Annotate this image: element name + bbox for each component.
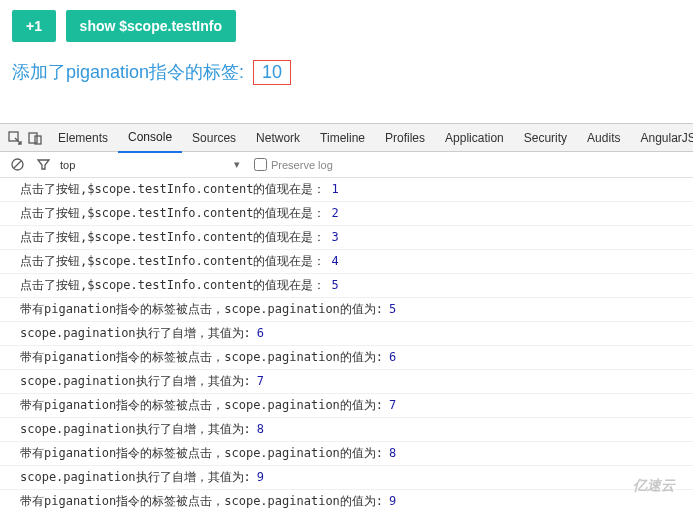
console-value: 9	[389, 494, 396, 508]
console-row: 点击了按钮,$scope.testInfo.content的值现在是：1	[0, 178, 693, 202]
console-message: scope.pagination执行了自增，其值为:	[20, 469, 251, 486]
tab-audits[interactable]: Audits	[577, 124, 630, 152]
console-value: 7	[389, 398, 396, 412]
clear-console-icon[interactable]	[8, 156, 26, 174]
tab-sources[interactable]: Sources	[182, 124, 246, 152]
console-value: 4	[331, 254, 338, 268]
console-message: scope.pagination执行了自增，其值为:	[20, 325, 251, 342]
console-message: 点击了按钮,$scope.testInfo.content的值现在是：	[20, 253, 325, 270]
tab-profiles[interactable]: Profiles	[375, 124, 435, 152]
console-row: 带有piganation指令的标签被点击，scope.pagination的值为…	[0, 490, 693, 509]
console-value: 1	[331, 182, 338, 196]
console-row: 点击了按钮,$scope.testInfo.content的值现在是：3	[0, 226, 693, 250]
console-value: 7	[257, 374, 264, 388]
console-row: 带有piganation指令的标签被点击，scope.pagination的值为…	[0, 394, 693, 418]
console-value: 3	[331, 230, 338, 244]
device-toggle-icon[interactable]	[28, 129, 42, 147]
tab-network[interactable]: Network	[246, 124, 310, 152]
devtools-tabs: Elements Console Sources Network Timelin…	[0, 124, 693, 152]
console-message: 点击了按钮,$scope.testInfo.content的值现在是：	[20, 229, 325, 246]
console-row: 点击了按钮,$scope.testInfo.content的值现在是：4	[0, 250, 693, 274]
console-message: 带有piganation指令的标签被点击，scope.pagination的值为…	[20, 349, 383, 366]
pagination-value: 10	[253, 60, 291, 85]
console-row: scope.pagination执行了自增，其值为:7	[0, 370, 693, 394]
console-row: scope.pagination执行了自增，其值为:6	[0, 322, 693, 346]
console-row: 带有piganation指令的标签被点击，scope.pagination的值为…	[0, 442, 693, 466]
console-row: 点击了按钮,$scope.testInfo.content的值现在是：5	[0, 274, 693, 298]
devtools-panel: Elements Console Sources Network Timelin…	[0, 123, 693, 509]
chevron-down-icon: ▾	[234, 158, 240, 171]
console-value: 8	[389, 446, 396, 460]
console-value: 5	[389, 302, 396, 316]
console-message: 带有piganation指令的标签被点击，scope.pagination的值为…	[20, 301, 383, 318]
console-value: 6	[257, 326, 264, 340]
console-message: 点击了按钮,$scope.testInfo.content的值现在是：	[20, 205, 325, 222]
filter-icon[interactable]	[34, 156, 52, 174]
context-dropdown[interactable]: top ▾	[60, 158, 240, 171]
console-value: 9	[257, 470, 264, 484]
tab-security[interactable]: Security	[514, 124, 577, 152]
console-value: 5	[331, 278, 338, 292]
console-message: 带有piganation指令的标签被点击，scope.pagination的值为…	[20, 445, 383, 462]
plus-one-button[interactable]: +1	[12, 10, 56, 42]
svg-line-4	[14, 161, 21, 168]
console-row: 带有piganation指令的标签被点击，scope.pagination的值为…	[0, 298, 693, 322]
pagination-label-text: 添加了piganation指令的标签:	[12, 62, 244, 82]
tab-timeline[interactable]: Timeline	[310, 124, 375, 152]
svg-rect-1	[29, 133, 37, 143]
tab-application[interactable]: Application	[435, 124, 514, 152]
console-message: 点击了按钮,$scope.testInfo.content的值现在是：	[20, 277, 325, 294]
console-message: 带有piganation指令的标签被点击，scope.pagination的值为…	[20, 397, 383, 414]
console-row: scope.pagination执行了自增，其值为:8	[0, 418, 693, 442]
preserve-log-label: Preserve log	[271, 159, 333, 171]
console-row: 带有piganation指令的标签被点击，scope.pagination的值为…	[0, 346, 693, 370]
console-value: 2	[331, 206, 338, 220]
tab-elements[interactable]: Elements	[48, 124, 118, 152]
preserve-log-checkbox[interactable]	[254, 158, 267, 171]
console-log-list: 点击了按钮,$scope.testInfo.content的值现在是：1点击了按…	[0, 178, 693, 509]
tab-console[interactable]: Console	[118, 123, 182, 153]
console-message: scope.pagination执行了自增，其值为:	[20, 421, 251, 438]
console-message: scope.pagination执行了自增，其值为:	[20, 373, 251, 390]
context-dropdown-label: top	[60, 159, 75, 171]
tab-angularjs[interactable]: AngularJS	[630, 124, 693, 152]
console-row: 点击了按钮,$scope.testInfo.content的值现在是：2	[0, 202, 693, 226]
show-scope-button[interactable]: show $scope.testInfo	[66, 10, 236, 42]
console-message: 带有piganation指令的标签被点击，scope.pagination的值为…	[20, 493, 383, 509]
console-message: 点击了按钮,$scope.testInfo.content的值现在是：	[20, 181, 325, 198]
console-value: 8	[257, 422, 264, 436]
pagination-label: 添加了piganation指令的标签: 10	[12, 60, 681, 85]
console-toolbar: top ▾ Preserve log	[0, 152, 693, 178]
inspect-icon[interactable]	[8, 129, 22, 147]
watermark-text: 亿速云	[633, 477, 675, 495]
console-value: 6	[389, 350, 396, 364]
console-row: scope.pagination执行了自增，其值为:9	[0, 466, 693, 490]
